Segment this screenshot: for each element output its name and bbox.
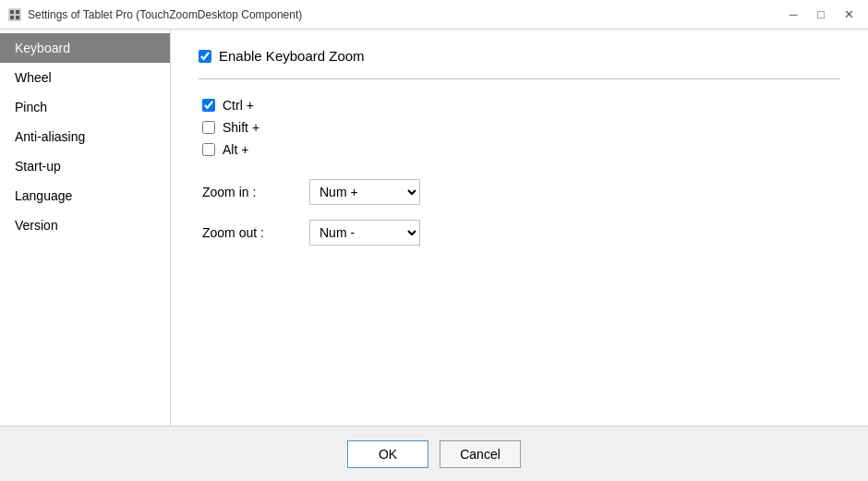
- footer: OK Cancel: [0, 426, 868, 481]
- zoom-out-row: Zoom out : Num - Num + + - Up Down: [202, 220, 840, 246]
- sidebar-item-wheel[interactable]: Wheel: [0, 63, 170, 92]
- zoom-out-select[interactable]: Num - Num + + - Up Down: [309, 220, 420, 246]
- ok-button[interactable]: OK: [347, 440, 428, 468]
- content-area: Enable Keyboard Zoom Ctrl + Shift + Alt …: [171, 30, 868, 426]
- ctrl-checkbox[interactable]: [202, 99, 215, 112]
- sidebar-item-start-up[interactable]: Start-up: [0, 151, 170, 181]
- svg-rect-4: [16, 16, 19, 19]
- ctrl-row: Ctrl +: [202, 98, 840, 113]
- sidebar-item-language[interactable]: Language: [0, 181, 170, 210]
- zoom-out-label: Zoom out :: [202, 225, 295, 240]
- sidebar-item-version[interactable]: Version: [0, 210, 170, 240]
- main-content: Keyboard Wheel Pinch Anti-aliasing Start…: [0, 30, 868, 426]
- modifier-keys-section: Ctrl + Shift + Alt +: [202, 98, 840, 157]
- title-bar-left: Settings of Tablet Pro (TouchZoomDesktop…: [7, 7, 302, 22]
- enable-keyboard-zoom-row: Enable Keyboard Zoom: [199, 48, 840, 64]
- alt-label[interactable]: Alt +: [223, 142, 248, 157]
- sidebar-item-anti-aliasing[interactable]: Anti-aliasing: [0, 122, 170, 151]
- svg-rect-2: [16, 10, 19, 14]
- enable-keyboard-zoom-checkbox[interactable]: [199, 50, 211, 63]
- zoom-in-label: Zoom in :: [202, 185, 295, 199]
- alt-checkbox[interactable]: [202, 143, 215, 156]
- svg-rect-1: [10, 10, 14, 14]
- maximize-button[interactable]: □: [809, 5, 833, 25]
- sidebar-item-keyboard[interactable]: Keyboard: [0, 33, 170, 63]
- enable-keyboard-zoom-label[interactable]: Enable Keyboard Zoom: [219, 48, 365, 64]
- zoom-in-row: Zoom in : Num + Num - + - Up Down: [202, 179, 840, 205]
- cancel-button[interactable]: Cancel: [440, 440, 521, 468]
- zoom-controls-section: Zoom in : Num + Num - + - Up Down Zoom o…: [202, 179, 840, 246]
- title-bar: Settings of Tablet Pro (TouchZoomDesktop…: [0, 0, 868, 30]
- minimize-button[interactable]: ─: [781, 5, 805, 25]
- shift-label[interactable]: Shift +: [223, 120, 259, 135]
- close-button[interactable]: ✕: [837, 5, 861, 25]
- section-divider: [199, 78, 840, 79]
- alt-row: Alt +: [202, 142, 840, 157]
- sidebar-item-pinch[interactable]: Pinch: [0, 92, 170, 122]
- settings-icon: [7, 7, 22, 22]
- sidebar: Keyboard Wheel Pinch Anti-aliasing Start…: [0, 30, 171, 426]
- shift-row: Shift +: [202, 120, 840, 135]
- ctrl-label[interactable]: Ctrl +: [223, 98, 254, 113]
- svg-rect-3: [10, 16, 14, 19]
- title-bar-controls: ─ □ ✕: [781, 5, 861, 25]
- window-title: Settings of Tablet Pro (TouchZoomDesktop…: [28, 8, 302, 21]
- shift-checkbox[interactable]: [202, 121, 215, 134]
- zoom-in-select[interactable]: Num + Num - + - Up Down: [309, 179, 420, 205]
